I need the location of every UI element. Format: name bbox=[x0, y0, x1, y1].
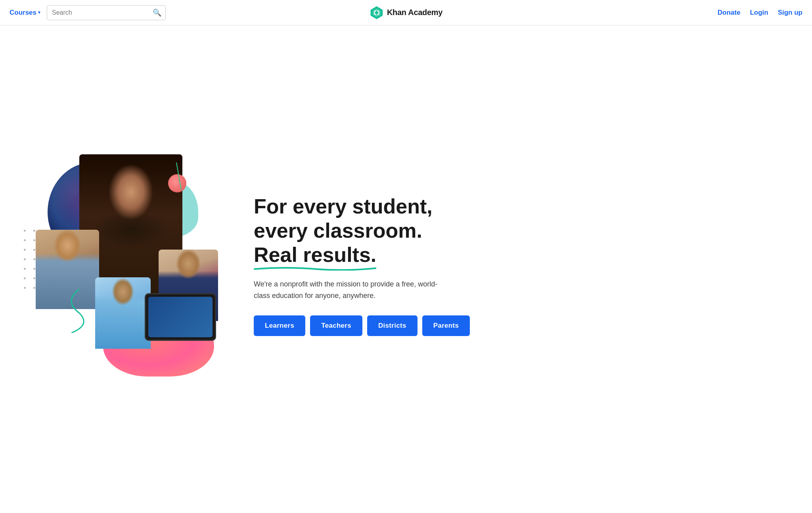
headline-line3-container: Real results. bbox=[254, 243, 376, 267]
hero-headline: For every student, every classroom. Real… bbox=[254, 194, 500, 267]
hero-illustration bbox=[24, 150, 238, 380]
signup-link[interactable]: Sign up bbox=[778, 9, 802, 17]
headline-line2: every classroom. bbox=[254, 219, 422, 242]
nav-right: Donate Login Sign up bbox=[718, 9, 802, 17]
cta-buttons-row: Learners Teachers Districts Parents bbox=[254, 315, 500, 336]
logo-icon bbox=[370, 6, 384, 20]
yarn-circle-decoration bbox=[168, 174, 186, 192]
chevron-down-icon: ▾ bbox=[38, 10, 40, 15]
hero-description: We're a nonprofit with the mission to pr… bbox=[254, 279, 452, 302]
hero-content: For every student, every classroom. Real… bbox=[254, 194, 500, 336]
login-link[interactable]: Login bbox=[750, 9, 768, 17]
hero-section: For every student, every classroom. Real… bbox=[0, 25, 812, 513]
search-button[interactable]: 🔍 bbox=[149, 8, 165, 17]
search-wrapper: 🔍 bbox=[47, 5, 166, 20]
underline-decoration bbox=[254, 266, 376, 271]
headline-line3: Real results. bbox=[254, 243, 376, 266]
parents-button[interactable]: Parents bbox=[422, 315, 470, 336]
learners-button[interactable]: Learners bbox=[254, 315, 305, 336]
courses-button[interactable]: Courses ▾ bbox=[10, 9, 40, 17]
child-photo bbox=[95, 277, 151, 349]
districts-button[interactable]: Districts bbox=[367, 315, 417, 336]
logo-link[interactable]: Khan Academy bbox=[370, 6, 442, 20]
headline-line1: For every student, bbox=[254, 195, 433, 218]
logo-text: Khan Academy bbox=[387, 8, 442, 17]
tablet-device bbox=[145, 293, 216, 341]
courses-label: Courses bbox=[10, 9, 36, 17]
squiggle-decoration bbox=[56, 285, 87, 333]
search-icon: 🔍 bbox=[153, 8, 161, 17]
nav-left: Courses ▾ 🔍 bbox=[10, 5, 166, 20]
teachers-button[interactable]: Teachers bbox=[310, 315, 362, 336]
search-input[interactable] bbox=[47, 9, 149, 16]
navbar: Courses ▾ 🔍 Khan Academy Donate Login Si… bbox=[0, 0, 812, 25]
donate-link[interactable]: Donate bbox=[718, 9, 741, 17]
